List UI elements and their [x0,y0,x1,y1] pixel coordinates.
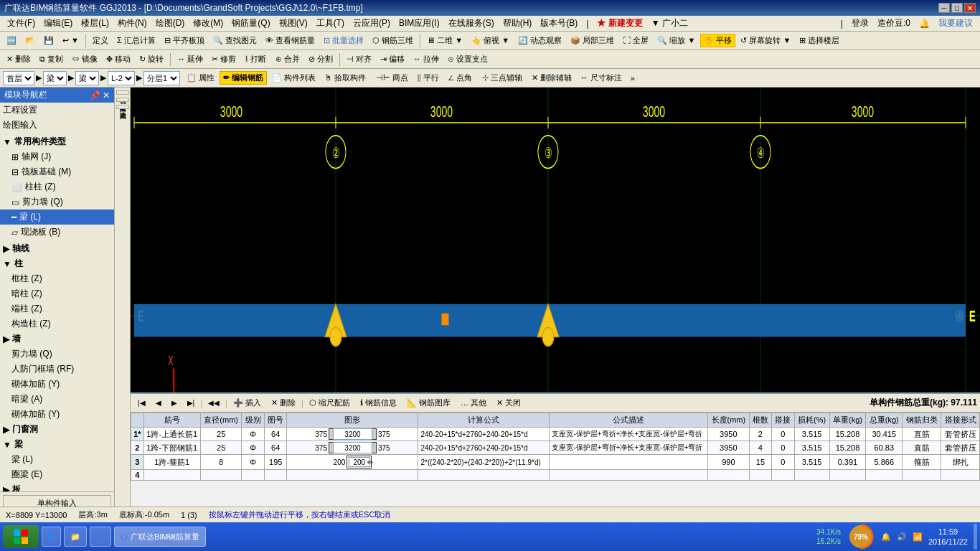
btn-find[interactable]: 🔍 查找图元 [209,34,260,47]
cell-shape[interactable] [287,470,418,481]
sidebar-item-cast-slab[interactable]: ▱ 现浇板 (B) [0,225,114,240]
menu-view[interactable]: 视图(V) [275,16,312,31]
menu-floor[interactable]: 楼层(L) [77,16,113,31]
sidebar-item-slab-foundation[interactable]: ⊟ 筏板基础 (M) [0,164,114,179]
sidebar-item-shear-wall[interactable]: ▭ 剪力墙 (Q) [0,194,114,209]
btn-two-pts[interactable]: ⊣⊢ 两点 [372,71,412,85]
btn-delete[interactable]: ✕ 删除 [3,52,34,66]
btn-break[interactable]: ⌇ 打断 [241,52,270,66]
btn-2d[interactable]: 🖥 二维 ▼ [423,34,466,47]
btn-nav-prev5[interactable]: ◀◀ [204,397,224,408]
menu-suggestion[interactable]: 我要建议 [934,16,977,31]
btn-local-3d[interactable]: 📦 局部三维 [567,34,618,47]
btn-undo[interactable]: ↩ ▼ [59,34,83,47]
btn-stretch[interactable]: ↔ 拉伸 [410,52,443,66]
btn-insert-rebar[interactable]: ➕ 插入 [229,396,265,410]
btn-save[interactable]: 💾 [40,34,57,47]
menu-tools[interactable]: 工具(T) [312,16,349,31]
sidebar-item-column[interactable]: ⬜ 柱柱 (Z) [0,179,114,194]
btn-member-list[interactable]: 📄 构件列表 [268,71,319,85]
sidebar-item-dark-col[interactable]: 暗柱 (Z) [0,286,114,301]
sidebar-pin[interactable]: 📌 ✕ [90,90,110,100]
menu-score[interactable]: 造价豆:0 [873,16,915,31]
menu-bim[interactable]: BIM应用(I) [395,16,444,31]
sidebar-item-beam[interactable]: ━ 梁 (L) [0,209,114,225]
btn-more[interactable]: » [627,72,639,84]
menu-edit[interactable]: 编辑(E) [39,16,77,31]
btn-merge[interactable]: ⊕ 合并 [272,52,303,66]
sidebar-item-struct-col[interactable]: 构造柱 (Z) [0,316,114,331]
type1-select[interactable]: 梁 [43,71,67,85]
menu-draw[interactable]: 绘图(D) [151,16,189,31]
btn-parallel[interactable]: ∥ 平行 [413,71,443,85]
menu-version[interactable]: 版本号(B) [536,16,582,31]
btn-rebar-close[interactable]: ✕ 关闭 [492,396,525,410]
btn-calc[interactable]: Σ 汇总计算 [113,34,159,47]
minimize-button[interactable]: ─ [938,3,950,13]
btn-dynamic[interactable]: 🔄 动态观察 [514,34,565,47]
sidebar-item-dark-beam[interactable]: 暗梁 (A) [0,392,114,407]
btn-define[interactable]: 定义 [89,34,112,47]
btn-rebar-info[interactable]: ℹ 钢筋信息 [356,396,401,410]
btn-delete-rebar[interactable]: ✕ 删除 [267,396,300,410]
btn-select-floor[interactable]: ⊞ 选择楼层 [796,34,843,47]
btn-del-axis[interactable]: ✕ 删除辅轴 [528,71,575,85]
sidebar-item-civil-def-wall[interactable]: 人防门框墙 (RF) [0,362,114,377]
sidebar-item-grid[interactable]: ⊞ 轴网 (J) [0,149,114,164]
sidebar-item-drawing[interactable]: 绘图输入 [0,118,114,133]
layer-select[interactable]: 分层1 [143,71,180,85]
shape-mid-input[interactable] [333,428,372,440]
cell-shape[interactable]: 200 ✏ [287,455,418,470]
menu-cloud[interactable]: 云应用(P) [349,16,395,31]
sidebar-item-doors[interactable]: ▶ 门窗洞 [0,422,114,437]
close-button[interactable]: ✕ [964,3,976,13]
table-row[interactable]: 4 [131,470,980,481]
btn-nav-end[interactable]: ▶| [183,397,199,408]
btn-top-view[interactable]: 👆 俯视 ▼ [468,34,513,47]
tray-volume[interactable]: 🔊 [897,532,907,542]
btn-align[interactable]: ⊣ 对齐 [343,52,375,66]
sidebar-group-col[interactable]: ▼ 柱 [0,256,114,271]
btn-nav-left[interactable]: ◀ [151,397,166,408]
canvas-area[interactable]: 正视 对象捕提 动态输入 [115,88,980,532]
start-button[interactable] [3,525,39,548]
tray-network[interactable]: 📶 [913,532,923,542]
btn-offset[interactable]: ⇥ 偏移 [377,52,408,66]
btn-pickup[interactable]: 🖱 拾取构件 [321,71,369,85]
btn-nav-right[interactable]: ▶ [167,397,182,408]
btn-three-axis[interactable]: ⊹ 三点辅轴 [479,71,526,85]
menu-member[interactable]: 构件(N) [113,16,151,31]
sidebar-item-beam-l[interactable]: 梁 (L) [0,452,114,467]
btn-split[interactable]: ⊘ 分割 [305,52,336,66]
table-row[interactable]: 31跨-箍筋18Φ195 200 ✏ 2*((240-2*20)+(240-2*… [131,455,980,470]
sidebar-group-wall[interactable]: ▶ 墙 [0,331,114,347]
table-row[interactable]: 21跨-下部钢筋125Φ64 375 375 240-20+15*d+2760+… [131,441,980,455]
sidebar-item-slab[interactable]: ▶ 板 [0,482,114,491]
menu-new-change[interactable]: ★ 新建变更 [593,16,646,31]
menu-modify[interactable]: 修改(M) [189,16,227,31]
btn-shrink[interactable]: ⬡ 缩尺配筋 [305,396,354,410]
taskbar-ie[interactable]: e [42,527,61,547]
btn-front-view[interactable]: 正视 [116,90,129,95]
sidebar-item-ring-beam[interactable]: 圈梁 (E) [0,467,114,482]
type2-select[interactable]: 梁 [75,71,99,85]
shape-mid-input[interactable] [333,442,372,453]
btn-dim[interactable]: ↔ 尺寸标注 [577,71,626,85]
taskbar-ggj[interactable]: ⬡ 广联达BIM钢筋算量 [114,527,207,547]
floor-select[interactable]: 首层 [3,71,34,85]
btn-3d-rebar[interactable]: ⬡ 钢筋三维 [369,34,417,47]
btn-set-pivot[interactable]: ⊙ 设置支点 [444,52,491,66]
cell-shape[interactable]: 375 375 [287,428,418,441]
btn-open[interactable]: 📂 [22,34,39,47]
sidebar-item-end-col[interactable]: 端柱 (Z) [0,301,114,316]
table-row[interactable]: 1*1跨-上通长筋125Φ64 375 375 240-20+15*d+2760… [131,428,980,441]
menu-online[interactable]: 在线服务(S) [444,16,499,31]
menu-login[interactable]: 登录 [847,16,873,31]
menu-assistant[interactable]: ▼ 广小二 [647,16,692,31]
sidebar-item-masonry-rebar2[interactable]: 砌体加筋 (Y) [0,407,114,422]
sidebar-item-settings[interactable]: 工程设置 [0,103,114,118]
btn-new[interactable]: 🆕 [3,34,20,47]
cell-shape[interactable]: 375 375 [287,441,418,455]
canvas-drawing[interactable]: 3000 3000 3000 3000 ② ③ ④ E E [131,88,980,532]
sidebar-item-masonry-rebar[interactable]: 砌体加筋 (Y) [0,377,114,392]
